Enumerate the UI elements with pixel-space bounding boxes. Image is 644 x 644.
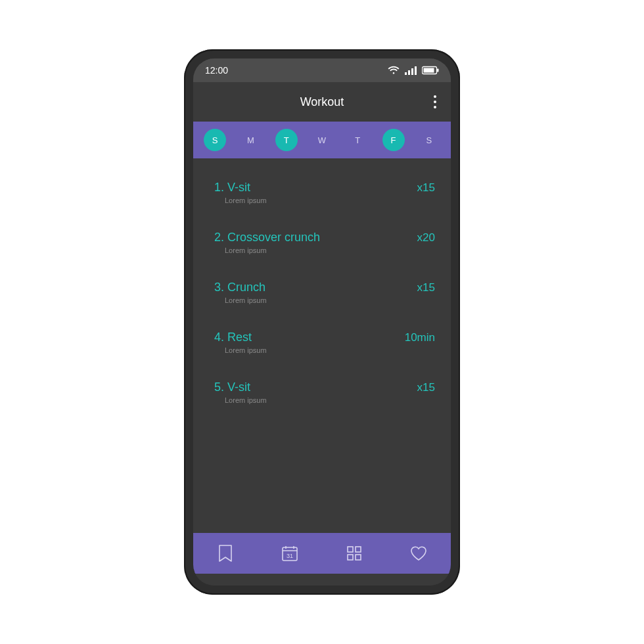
exercise-reps: x15 [417,381,435,394]
phone-screen: 12:00 Workout SMTWTFS 1. V-sitx15Lorem i… [193,58,451,586]
day-button-4[interactable]: T [346,129,369,151]
exercise-row: 3. Crunchx15 [214,281,435,294]
battery-icon [422,66,439,75]
exercise-reps: x15 [417,181,435,195]
exercise-row: 1. V-sitx15 [214,181,435,195]
app-header: Workout [193,82,451,122]
exercise-title: 2. Crossover crunch [214,231,320,244]
calendar-icon: 31 [281,545,298,562]
exercise-item[interactable]: 2. Crossover crunchx20Lorem ipsum [214,221,435,271]
more-menu-button[interactable] [434,95,436,108]
exercise-item[interactable]: 1. V-sitx15Lorem ipsum [214,172,435,221]
svg-rect-5 [424,68,434,73]
svg-rect-12 [356,547,361,552]
favorite-button[interactable] [404,539,433,568]
heart-icon [409,545,428,561]
exercise-item[interactable]: 4. Rest10minLorem ipsum [214,321,435,371]
home-indicator-area [193,574,451,586]
exercise-title: 1. V-sit [214,181,250,195]
exercise-title: 5. V-sit [214,380,250,394]
exercise-item[interactable]: 5. V-sitx15Lorem ipsum [214,371,435,421]
exercise-item[interactable]: 3. Crunchx15Lorem ipsum [214,271,435,321]
exercise-row: 5. V-sitx15 [214,380,435,394]
exercise-title: 4. Rest [214,331,252,344]
svg-rect-1 [408,70,410,75]
bookmark-button[interactable] [211,539,240,568]
svg-rect-11 [348,547,353,552]
exercise-subtitle: Lorem ipsum [225,196,435,204]
exercise-reps: x15 [417,281,435,294]
svg-rect-3 [415,66,417,75]
day-button-2[interactable]: T [275,129,298,151]
exercise-list: 1. V-sitx15Lorem ipsum2. Crossover crunc… [193,158,451,533]
bottom-nav: 31 [193,533,451,574]
svg-rect-0 [405,72,407,75]
exercise-subtitle: Lorem ipsum [225,346,435,354]
exercise-row: 4. Rest10min [214,331,435,344]
grid-button[interactable] [340,539,369,568]
svg-rect-6 [437,69,439,72]
phone-frame: 12:00 Workout SMTWTFS 1. V-sitx15Lorem i… [184,49,460,595]
exercise-subtitle: Lorem ipsum [225,246,435,254]
status-time: 12:00 [205,65,228,76]
exercise-subtitle: Lorem ipsum [225,396,435,404]
day-button-0[interactable]: S [204,129,226,151]
signal-icon [405,66,417,75]
day-button-5[interactable]: F [382,129,405,151]
exercise-row: 2. Crossover crunchx20 [214,231,435,244]
page-title: Workout [300,95,344,109]
calendar-button[interactable]: 31 [275,539,304,568]
calendar-day-label: 31 [287,553,293,559]
status-icons [388,66,439,75]
svg-rect-13 [348,555,353,560]
exercise-reps: x20 [417,231,435,244]
grid-icon [346,545,362,561]
days-selector: SMTWTFS [193,122,451,158]
svg-rect-14 [356,555,361,560]
exercise-title: 3. Crunch [214,281,265,294]
svg-rect-2 [411,68,413,75]
exercise-subtitle: Lorem ipsum [225,296,435,304]
day-button-3[interactable]: W [311,129,333,151]
status-bar: 12:00 [193,58,451,82]
day-button-6[interactable]: S [418,129,440,151]
day-button-1[interactable]: M [239,129,262,151]
bookmark-icon [218,545,233,562]
wifi-icon [388,66,400,75]
exercise-reps: 10min [405,331,435,344]
